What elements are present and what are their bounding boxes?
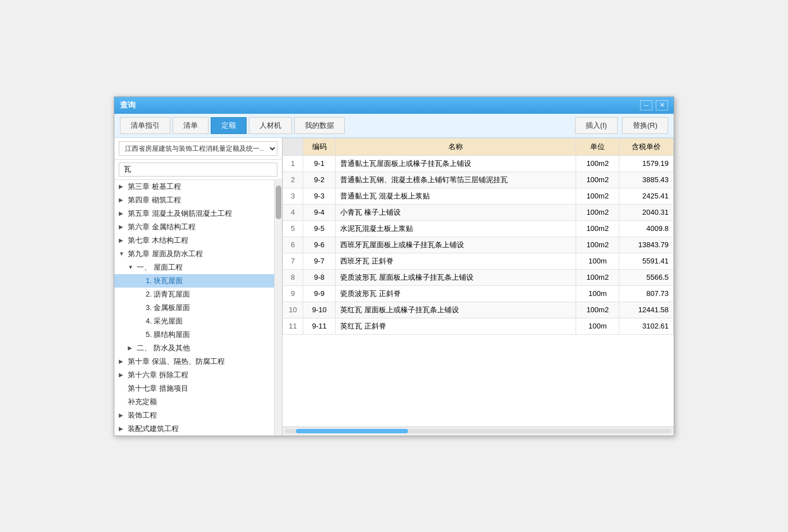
cell-price: 5566.5: [619, 269, 674, 285]
cell-unit: 100m2: [576, 204, 619, 220]
cell-name: 普通黏土瓦 混凝土板上浆贴: [336, 188, 576, 204]
cell-code: 9-7: [303, 253, 336, 269]
tree-node-ch4[interactable]: ▶ 第四章 砌筑工程: [114, 193, 274, 207]
tree-node-supplement[interactable]: 补充定额: [114, 395, 274, 409]
arrow-ch9: ▼: [119, 251, 126, 257]
label-ch9-1-5: 5. 膜结构屋面: [146, 330, 190, 340]
table-scroll[interactable]: 编码 名称 单位 含税单价 1 9-1 普通黏土瓦屋面板上或椽子挂瓦条上铺设 1…: [282, 138, 674, 427]
window-title: 查询: [120, 100, 136, 110]
tree-node-ch6[interactable]: ▶ 第六章 金属结构工程: [114, 220, 274, 234]
cell-price: 5591.41: [619, 253, 674, 269]
cell-unit: 100m2: [576, 155, 619, 172]
arrow-ch16: ▶: [119, 372, 126, 378]
tree-node-ch7[interactable]: ▶ 第七章 木结构工程: [114, 234, 274, 247]
cell-unit: 100m2: [576, 172, 619, 188]
table-row[interactable]: 7 9-7 西班牙瓦 正斜脊 100m 5591.41: [283, 253, 674, 269]
tree-node-ch9-2[interactable]: ▶ 二、 防水及其他: [114, 341, 274, 355]
col-header-price: 含税单价: [619, 138, 674, 155]
cell-price: 2040.31: [619, 204, 674, 220]
cell-unit: 100m2: [576, 237, 619, 253]
arrow-ch3: ▶: [119, 183, 126, 189]
cell-code: 9-6: [303, 237, 336, 253]
left-scrollbar-thumb[interactable]: [276, 186, 281, 219]
arrow-ch4: ▶: [119, 197, 126, 203]
tree-scroll-wrapper: ▶ 第三章 桩基工程 ▶ 第四章 砌筑工程 ▶ 第五章 混凝土及钢筋: [114, 180, 282, 436]
label-ch9-1-2: 2. 沥青瓦屋面: [146, 289, 190, 299]
tree-node-ch17[interactable]: 第十七章 措施项目: [114, 382, 274, 395]
cell-name: 西班牙瓦屋面板上或椽子挂瓦条上铺设: [336, 237, 576, 253]
tree-node-ch9[interactable]: ▼ 第九章 屋面及防水工程: [114, 247, 274, 261]
tree-node-ch9-1-3[interactable]: 3. 金属板屋面: [114, 301, 274, 314]
replace-button[interactable]: 替换(R): [622, 117, 668, 134]
cell-price: 2425.41: [619, 188, 674, 204]
cell-code: 9-4: [303, 204, 336, 220]
tree-node-ch10[interactable]: ▶ 第十章 保温、隔热、防腐工程: [114, 355, 274, 368]
tab-qingdan[interactable]: 清单: [173, 117, 208, 134]
right-panel: 编码 名称 单位 含税单价 1 9-1 普通黏土瓦屋面板上或椽子挂瓦条上铺设 1…: [282, 138, 674, 436]
tree-node-ch9-1-4[interactable]: 4. 采光屋面: [114, 314, 274, 328]
tree-node-ch9-1-5[interactable]: 5. 膜结构屋面: [114, 328, 274, 341]
cell-unit: 100m: [576, 285, 619, 302]
table-row[interactable]: 1 9-1 普通黏土瓦屋面板上或椽子挂瓦条上铺设 100m2 1579.19: [283, 155, 674, 172]
label-ch7: 第七章 木结构工程: [128, 235, 188, 246]
tree-node-ch3[interactable]: ▶ 第三章 桩基工程: [114, 180, 274, 193]
tab-rencaiji[interactable]: 人材机: [249, 117, 292, 134]
cell-code: 9-1: [303, 155, 336, 172]
tree-node-decoration[interactable]: ▶ 装饰工程: [114, 409, 274, 422]
cell-idx: 6: [283, 237, 303, 253]
search-input[interactable]: [119, 163, 277, 177]
cell-idx: 2: [283, 172, 303, 188]
arrow-assembly: ▶: [119, 425, 126, 432]
minimize-button[interactable]: ─: [640, 100, 652, 110]
left-scrollbar[interactable]: [274, 180, 282, 436]
tree-node-ch9-1-2[interactable]: 2. 沥青瓦屋面: [114, 288, 274, 301]
table-row[interactable]: 2 9-2 普通黏土瓦钢、混凝土檩条上铺钉苇箔三层铺泥挂瓦 100m2 3885…: [283, 172, 674, 188]
dropdown-wrapper: 江西省房屋建筑与装饰工程消耗量定额及统一…: [114, 138, 282, 160]
cell-idx: 1: [283, 155, 303, 172]
tab-bar: 清单指引 清单 定额 人材机 我的数据: [120, 117, 345, 134]
table-row[interactable]: 4 9-4 小青瓦 椽子上铺设 100m2 2040.31: [283, 204, 674, 220]
tree-node-ch5[interactable]: ▶ 第五章 混凝土及钢筋混凝土工程: [114, 207, 274, 220]
cell-name: 英红瓦 正斜脊: [336, 318, 576, 334]
table-row[interactable]: 8 9-8 瓷质波形瓦 屋面板上或椽子挂瓦条上铺设 100m2 5566.5: [283, 269, 674, 285]
tree-node-assembly[interactable]: ▶ 装配式建筑工程: [114, 422, 274, 436]
cell-idx: 3: [283, 188, 303, 204]
cell-price: 3102.61: [619, 318, 674, 334]
table-row[interactable]: 6 9-6 西班牙瓦屋面板上或椽子挂瓦条上铺设 100m2 13843.79: [283, 237, 674, 253]
cell-unit: 100m2: [576, 188, 619, 204]
bottom-scrollbar[interactable]: [282, 427, 674, 436]
label-ch3: 第三章 桩基工程: [128, 182, 181, 192]
tree-node-ch9-1-1[interactable]: 1. 块瓦屋面: [114, 274, 274, 288]
cell-code: 9-8: [303, 269, 336, 285]
label-assembly: 装配式建筑工程: [128, 424, 179, 434]
cell-name: 普通黏土瓦钢、混凝土檩条上铺钉苇箔三层铺泥挂瓦: [336, 172, 576, 188]
h-scrollbar-thumb[interactable]: [296, 429, 408, 433]
tree-node-ch16[interactable]: ▶ 第十六章 拆除工程: [114, 368, 274, 382]
tab-qingdan-zhiyin[interactable]: 清单指引: [120, 117, 170, 134]
label-decoration: 装饰工程: [128, 410, 157, 420]
insert-button[interactable]: 插入(I): [575, 117, 618, 134]
h-scrollbar-track[interactable]: [285, 429, 671, 433]
tree-node-ch9-1[interactable]: ▼ 一、 屋面工程: [114, 261, 274, 274]
arrow-decoration: ▶: [119, 412, 126, 418]
cell-idx: 5: [283, 220, 303, 237]
search-wrapper: [114, 160, 282, 180]
tab-dinge[interactable]: 定额: [211, 117, 247, 134]
table-row[interactable]: 10 9-10 英红瓦 屋面板上或椽子挂瓦条上铺设 100m2 12441.58: [283, 302, 674, 318]
close-button[interactable]: ✕: [656, 100, 668, 110]
label-ch9-1-3: 3. 金属板屋面: [146, 303, 190, 313]
tab-wode-shuju[interactable]: 我的数据: [294, 117, 345, 134]
quota-dropdown[interactable]: 江西省房屋建筑与装饰工程消耗量定额及统一…: [119, 141, 277, 156]
label-ch10: 第十章 保温、隔热、防腐工程: [128, 357, 225, 367]
cell-code: 9-11: [303, 318, 336, 334]
arrow-ch10: ▶: [119, 358, 126, 364]
label-ch16: 第十六章 拆除工程: [128, 370, 188, 380]
table-row[interactable]: 3 9-3 普通黏土瓦 混凝土板上浆贴 100m2 2425.41: [283, 188, 674, 204]
window-controls: ─ ✕: [640, 100, 668, 110]
table-row[interactable]: 11 9-11 英红瓦 正斜脊 100m 3102.61: [283, 318, 674, 334]
label-ch9-2: 二、 防水及其他: [137, 343, 190, 353]
table-row[interactable]: 5 9-5 水泥瓦混凝土板上浆贴 100m2 4009.8: [283, 220, 674, 237]
table-row[interactable]: 9 9-9 瓷质波形瓦 正斜脊 100m 807.73: [283, 285, 674, 302]
cell-code: 9-5: [303, 220, 336, 237]
cell-code: 9-10: [303, 302, 336, 318]
